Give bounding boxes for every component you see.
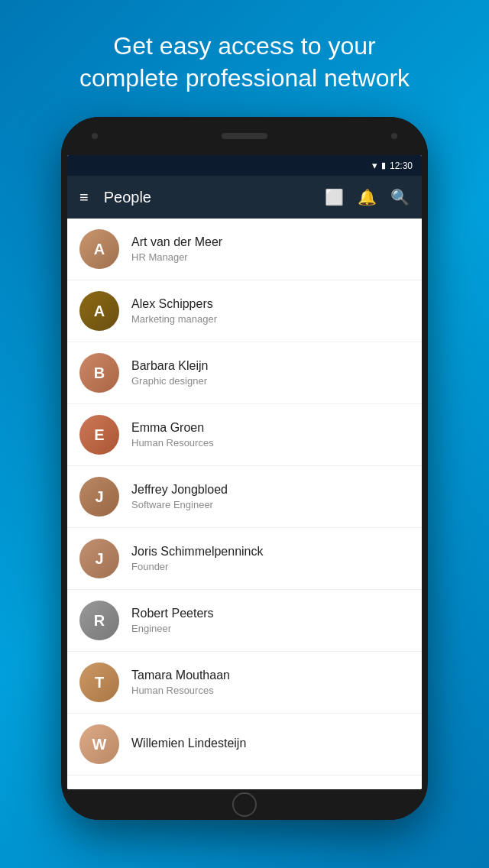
person-info: Robert PeetersEngineer xyxy=(131,607,410,634)
person-name: Alex Schippers xyxy=(131,297,410,311)
phone-bottom-bezel xyxy=(61,789,428,820)
phone-top-bezel xyxy=(61,117,428,155)
person-info: Willemien Lindesteijn xyxy=(131,737,410,753)
avatar: B xyxy=(79,353,119,393)
list-item[interactable]: JJeffrey JongbloedSoftware Engineer xyxy=(67,466,422,528)
status-bar: ▾ ▮ 12:30 xyxy=(67,155,422,176)
person-info: Jeffrey JongbloedSoftware Engineer xyxy=(131,483,410,510)
list-item[interactable]: AAlex SchippersMarketing manager xyxy=(67,280,422,342)
person-role: Engineer xyxy=(131,623,410,634)
tagline: Get easy access to your complete profess… xyxy=(0,0,489,117)
avatar: T xyxy=(79,662,119,702)
phone-screen: ▾ ▮ 12:30 ≡ People ⬜ 🔔 🔍 AArt van der Me… xyxy=(67,155,422,789)
phone-speaker xyxy=(222,133,267,139)
list-item[interactable]: JJoris SchimmelpenninckFounder xyxy=(67,528,422,590)
person-role: Founder xyxy=(131,561,410,572)
person-info: Emma GroenHuman Resources xyxy=(131,421,410,449)
list-item[interactable]: RRobert PeetersEngineer xyxy=(67,590,422,652)
list-item[interactable]: AArt van der MeerHR Manager xyxy=(67,219,422,280)
clock: 12:30 xyxy=(390,160,413,171)
list-item[interactable]: WWillemien Lindesteijn xyxy=(67,714,422,776)
toolbar-title: People xyxy=(104,189,325,206)
person-name: Robert Peeters xyxy=(131,607,410,620)
avatar: W xyxy=(79,724,119,764)
avatar: A xyxy=(79,291,119,331)
avatar: A xyxy=(79,229,119,269)
avatar: J xyxy=(79,477,119,517)
phone-home-button[interactable] xyxy=(232,792,257,817)
person-name: Joris Schimmelpenninck xyxy=(131,545,410,559)
toolbar-actions: ⬜ 🔔 🔍 xyxy=(325,188,410,206)
phone-sensor xyxy=(391,133,397,139)
wifi-icon: ▾ xyxy=(372,160,377,171)
person-role: Human Resources xyxy=(131,685,410,696)
phone-camera xyxy=(92,133,98,139)
avatar: J xyxy=(79,539,119,578)
person-info: Alex SchippersMarketing manager xyxy=(131,297,410,325)
phone-mockup: ▾ ▮ 12:30 ≡ People ⬜ 🔔 🔍 AArt van der Me… xyxy=(61,117,428,868)
person-name: Tamara Mouthaan xyxy=(131,669,410,682)
list-item[interactable]: TTamara MouthaanHuman Resources xyxy=(67,652,422,714)
person-role: Marketing manager xyxy=(131,313,410,325)
person-name: Art van der Meer xyxy=(131,235,410,249)
person-info: Joris SchimmelpenninckFounder xyxy=(131,545,410,572)
person-info: Tamara MouthaanHuman Resources xyxy=(131,669,410,696)
list-item[interactable]: EEmma GroenHuman Resources xyxy=(67,404,422,466)
message-icon[interactable]: ⬜ xyxy=(325,188,344,206)
people-list: AArt van der MeerHR ManagerAAlex Schippe… xyxy=(67,219,422,789)
avatar: E xyxy=(79,415,119,455)
person-name: Jeffrey Jongbloed xyxy=(131,483,410,497)
notification-bell-icon[interactable]: 🔔 xyxy=(358,188,377,206)
person-role: Human Resources xyxy=(131,437,410,449)
person-name: Willemien Lindesteijn xyxy=(131,737,410,750)
avatar: R xyxy=(79,601,119,640)
person-name: Emma Groen xyxy=(131,421,410,435)
battery-icon: ▮ xyxy=(381,160,386,170)
person-info: Barbara KleijnGraphic designer xyxy=(131,359,410,387)
list-item[interactable]: BBarbara KleijnGraphic designer xyxy=(67,342,422,404)
hamburger-menu-icon[interactable]: ≡ xyxy=(79,189,89,205)
app-toolbar: ≡ People ⬜ 🔔 🔍 xyxy=(67,176,422,219)
person-info: Art van der MeerHR Manager xyxy=(131,235,410,263)
search-icon[interactable]: 🔍 xyxy=(390,188,410,206)
status-icons: ▾ ▮ 12:30 xyxy=(372,160,413,171)
person-role: Graphic designer xyxy=(131,375,410,387)
person-role: HR Manager xyxy=(131,251,410,263)
person-role: Software Engineer xyxy=(131,499,410,510)
person-name: Barbara Kleijn xyxy=(131,359,410,373)
phone-frame: ▾ ▮ 12:30 ≡ People ⬜ 🔔 🔍 AArt van der Me… xyxy=(61,117,428,820)
